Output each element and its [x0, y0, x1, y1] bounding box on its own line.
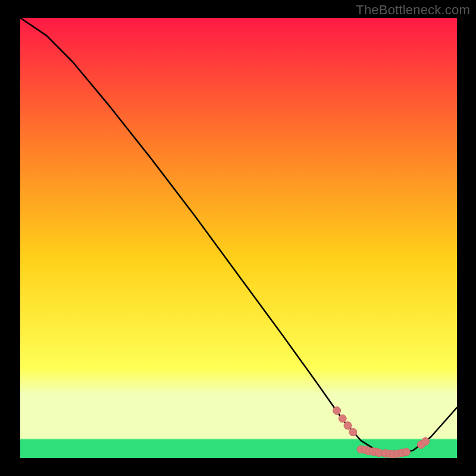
data-point [333, 407, 341, 415]
data-point [422, 437, 430, 445]
chart-frame: TheBottleneck.com [0, 0, 476, 476]
data-point [344, 422, 352, 430]
bottleneck-chart [0, 0, 476, 476]
data-point [339, 415, 346, 422]
data-point [402, 448, 410, 456]
plot-area [20, 18, 457, 458]
data-point [349, 428, 357, 436]
